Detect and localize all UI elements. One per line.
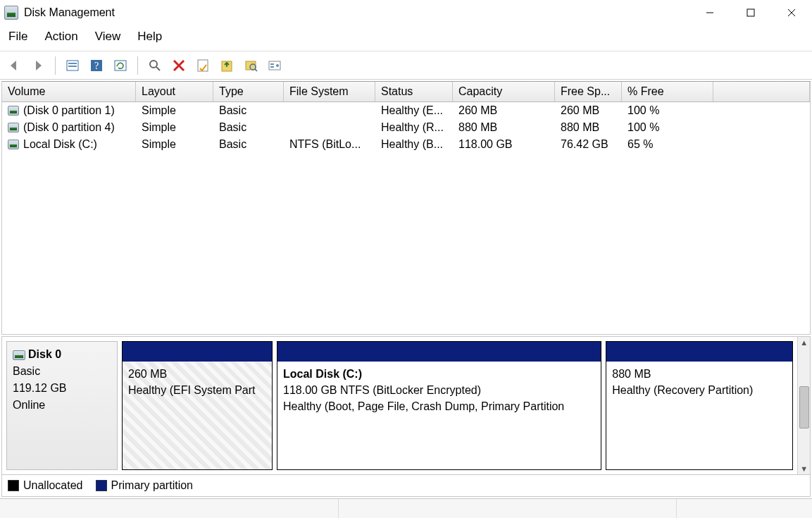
maximize-button[interactable]: [730, 0, 771, 25]
svg-text:?: ?: [94, 61, 99, 71]
cell-layout: Simple: [136, 120, 213, 135]
vertical-scrollbar[interactable]: ▲ ▼: [797, 337, 810, 474]
menu-help[interactable]: Help: [137, 30, 162, 44]
volume-icon: [8, 140, 19, 149]
menu-bar: File Action View Help: [0, 25, 812, 51]
partition[interactable]: 260 MBHealthy (EFI System Part: [122, 341, 273, 470]
forward-button[interactable]: [28, 56, 48, 75]
cell-type: Basic: [213, 120, 284, 135]
partition-line1: 260 MB: [128, 366, 266, 382]
svg-rect-6: [68, 66, 77, 67]
svg-rect-21: [270, 66, 274, 68]
cell-type: Basic: [213, 137, 284, 152]
properties-button[interactable]: [193, 56, 213, 75]
scroll-up-icon[interactable]: ▲: [800, 337, 808, 348]
cell-percent: 65 %: [622, 137, 713, 152]
cell-status: Healthy (E...: [375, 103, 453, 118]
legend-swatch-unallocated: [8, 480, 19, 491]
disk-row: Disk 0 Basic 119.12 GB Online 260 MBHeal…: [2, 337, 797, 474]
help-button[interactable]: ?: [87, 56, 106, 75]
volume-icon: [8, 106, 19, 116]
cell-filesystem: [284, 103, 375, 118]
menu-view[interactable]: View: [95, 30, 121, 44]
column-header-type[interactable]: Type: [213, 82, 284, 101]
volume-row[interactable]: Local Disk (C:)SimpleBasicNTFS (BitLo...…: [2, 136, 810, 153]
column-header-volume[interactable]: Volume: [2, 82, 136, 101]
rescan-disks-button[interactable]: [145, 56, 165, 75]
toolbar-separator: [55, 56, 56, 75]
toolbar-separator: [137, 56, 138, 75]
legend-label-primary: Primary partition: [111, 479, 193, 492]
partition-line2: Healthy (EFI System Part: [128, 382, 266, 398]
cell-status: Healthy (R...: [375, 120, 453, 135]
back-button[interactable]: [4, 56, 24, 75]
app-icon: [4, 6, 18, 20]
menu-file[interactable]: File: [8, 30, 27, 44]
menu-action[interactable]: Action: [44, 30, 77, 44]
volume-name: (Disk 0 partition 4): [23, 121, 115, 134]
partition-title: Local Disk (C:): [283, 366, 595, 382]
volume-row[interactable]: (Disk 0 partition 1)SimpleBasicHealthy (…: [2, 102, 810, 119]
cell-capacity: 880 MB: [453, 120, 555, 135]
delete-button[interactable]: [169, 56, 189, 75]
refresh-button[interactable]: [111, 56, 130, 75]
column-header-filesystem[interactable]: File System: [284, 82, 375, 101]
import-button[interactable]: [217, 56, 237, 75]
window-title: Disk Management: [24, 6, 115, 19]
column-header-status[interactable]: Status: [375, 82, 453, 101]
minimize-button[interactable]: [689, 0, 730, 25]
scroll-down-icon[interactable]: ▼: [800, 463, 808, 474]
explore-button[interactable]: [241, 56, 261, 75]
cell-layout: Simple: [136, 103, 213, 118]
svg-rect-1: [747, 9, 754, 16]
column-header-layout[interactable]: Layout: [136, 82, 213, 101]
status-segment: [339, 499, 677, 518]
partition-line1: 118.00 GB NTFS (BitLocker Encrypted): [283, 382, 595, 398]
partition[interactable]: 880 MBHealthy (Recovery Partition): [606, 341, 793, 470]
cell-layout: Simple: [136, 137, 213, 152]
close-button[interactable]: [771, 0, 812, 25]
column-header-spacer: [713, 82, 810, 101]
disk-type: Basic: [13, 363, 111, 380]
volume-list-header: Volume Layout Type File System Status Ca…: [2, 82, 810, 102]
volume-name: (Disk 0 partition 1): [23, 104, 115, 117]
legend-label-unallocated: Unallocated: [23, 479, 83, 492]
cell-percent: 100 %: [622, 103, 713, 118]
show-hide-console-tree-button[interactable]: [63, 56, 82, 75]
status-bar: [0, 498, 812, 518]
svg-point-10: [150, 61, 157, 68]
settings-button[interactable]: [265, 56, 285, 75]
partition-color-bar: [606, 342, 792, 362]
disk-name: Disk 0: [28, 348, 61, 360]
partitions: 260 MBHealthy (EFI System PartLocal Disk…: [122, 341, 793, 470]
toolbar: ?: [0, 51, 812, 80]
cell-filesystem: [284, 120, 375, 135]
partition-line2: Healthy (Boot, Page File, Crash Dump, Pr…: [283, 398, 595, 414]
partition-line1: 880 MB: [612, 366, 787, 382]
volume-row[interactable]: (Disk 0 partition 4)SimpleBasicHealthy (…: [2, 119, 810, 136]
partition-color-bar: [277, 342, 601, 362]
volume-name: Local Disk (C:): [23, 138, 97, 151]
partition-line2: Healthy (Recovery Partition): [612, 382, 787, 398]
cell-filesystem: NTFS (BitLo...: [284, 137, 375, 152]
column-header-free[interactable]: Free Sp...: [555, 82, 622, 101]
cell-free: 260 MB: [555, 103, 622, 118]
disk-status: Online: [13, 397, 111, 414]
cell-capacity: 118.00 GB: [453, 137, 555, 152]
partition[interactable]: Local Disk (C:)118.00 GB NTFS (BitLocker…: [277, 341, 601, 470]
legend: Unallocated Primary partition: [2, 474, 810, 496]
column-header-percent[interactable]: % Free: [622, 82, 713, 101]
disk-icon: [13, 350, 25, 360]
legend-swatch-primary: [96, 480, 107, 491]
disk-label[interactable]: Disk 0 Basic 119.12 GB Online: [6, 341, 118, 470]
volume-icon: [8, 123, 19, 132]
cell-capacity: 260 MB: [453, 103, 555, 118]
cell-free: 76.42 GB: [555, 137, 622, 152]
svg-line-11: [156, 67, 160, 70]
title-bar: Disk Management: [0, 0, 812, 25]
svg-rect-5: [68, 63, 77, 64]
svg-point-22: [276, 64, 279, 67]
volume-list: Volume Layout Type File System Status Ca…: [1, 81, 811, 335]
scroll-thumb[interactable]: [799, 386, 809, 428]
column-header-capacity[interactable]: Capacity: [453, 82, 555, 101]
